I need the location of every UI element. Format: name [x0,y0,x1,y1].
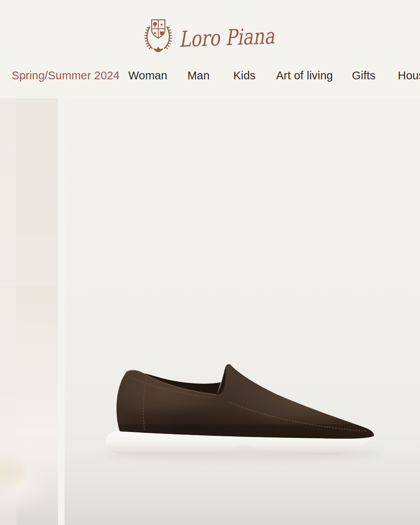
site-header: Loro Piana Spring/Summer 2024 Woman Man … [0,0,420,98]
nav-item-man[interactable]: Man [187,69,210,82]
nav-item-gifts[interactable]: Gifts [352,69,376,82]
nav-item-spring-summer-2024[interactable]: Spring/Summer 2024 [12,69,120,82]
nav-item-house[interactable]: House [398,69,420,82]
product-image-previous[interactable] [0,98,58,525]
nav-item-woman[interactable]: Woman [128,69,167,82]
loro-piana-crest-icon [144,18,172,54]
nav-item-art-of-living[interactable]: Art of living [276,69,333,82]
brand-logo[interactable]: Loro Piana [0,17,420,55]
product-image-main[interactable] [65,98,420,525]
brand-wordmark: Loro Piana [178,22,276,55]
svg-text:Loro Piana: Loro Piana [178,23,275,52]
main-nav: Spring/Summer 2024 Woman Man Kids Art of… [0,69,420,84]
nav-item-kids[interactable]: Kids [233,69,256,82]
loafer-illustration [65,98,420,525]
